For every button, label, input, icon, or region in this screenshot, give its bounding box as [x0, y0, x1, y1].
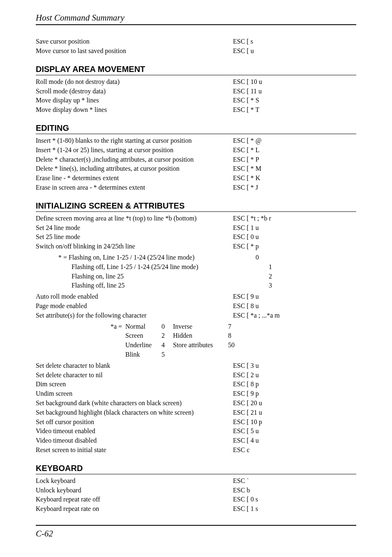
command-description: Move display down * lines	[36, 106, 233, 114]
section-heading-editing: EDITING	[36, 123, 356, 134]
command-row: Flashing on, line 252	[36, 272, 356, 281]
command-description: Insert * (1-80) blanks to the right star…	[36, 137, 233, 145]
command-row: Insert * (1-80) blanks to the right star…	[36, 137, 356, 145]
command-description: Delete * character(s) ,including attribu…	[36, 155, 233, 164]
legend-cell	[36, 350, 125, 359]
command-code: 0	[256, 253, 356, 262]
command-code: ESC [ * K	[233, 174, 356, 183]
command-code: ESC c	[233, 446, 356, 455]
command-description: Reset screen to initial state	[36, 446, 233, 455]
command-description: Auto roll mode enabled	[36, 292, 233, 301]
legend-cell: 5	[161, 350, 173, 359]
command-description: Save cursor position	[36, 37, 233, 46]
command-code: ESC [ 2 u	[233, 371, 356, 380]
command-description: Set off cursor position	[36, 418, 233, 427]
page-header: Host Command Summary	[36, 12, 356, 25]
command-description: Insert * (1-24 or 25) lines, starting at…	[36, 146, 233, 155]
section-heading-display-area-movement: DISPLAY AREA MOVEMENT	[36, 64, 356, 75]
command-code: ESC [ 1 u	[233, 224, 356, 232]
section-heading-initializing: INITIALIZING SCREEN & ATTRIBUTES	[36, 200, 356, 212]
command-row: Save cursor positionESC [ s	[36, 37, 356, 46]
command-description: Flashing on, line 25	[36, 272, 269, 281]
command-code: ESC [ 8 p	[233, 380, 356, 389]
command-description: * = Flashing on, Line 1-25 / 1-24 (25/24…	[36, 253, 256, 262]
legend-row: Underline4Store attributes50	[36, 341, 356, 350]
command-description: Erase line - * determines extent	[36, 174, 233, 183]
command-description: Set 24 line mode	[36, 224, 233, 232]
section-heading-keyboard: KEYBOARD	[36, 463, 356, 474]
command-code: ESC [ * p	[233, 242, 356, 251]
command-code: ESC [ * P	[233, 155, 356, 164]
command-code: ESC `	[233, 477, 356, 485]
command-row: Erase line - * determines extentESC [ * …	[36, 174, 356, 183]
command-description: Set background highlight (black characte…	[36, 408, 233, 417]
legend-row: Screen2Hidden8	[36, 332, 356, 340]
command-description: Set background dark (white characters on…	[36, 399, 233, 408]
command-code: ESC [ s	[233, 37, 356, 46]
legend-cell	[173, 350, 228, 359]
legend-cell: Inverse	[173, 323, 228, 331]
legend-row: Blink5	[36, 350, 356, 359]
command-row: Lock keyboardESC `	[36, 477, 356, 485]
command-row: Set delete character to blankESC [ 3 u	[36, 362, 356, 370]
command-row: Set delete character to nilESC [ 2 u	[36, 371, 356, 380]
legend-cell: Underline	[125, 341, 161, 350]
command-description: Keyboard repeat rate on	[36, 505, 233, 513]
command-row: Move cursor to last saved positionESC [ …	[36, 47, 356, 56]
command-description: Dim screen	[36, 380, 233, 389]
command-description: Video timeout disabled	[36, 436, 233, 445]
command-code: ESC [ 9 p	[233, 390, 356, 398]
command-code: ESC b	[233, 486, 356, 495]
command-description: Move cursor to last saved position	[36, 47, 233, 56]
command-description: Set 25 line mode	[36, 233, 233, 241]
command-code: 1	[269, 263, 356, 272]
command-code: ESC [ 9 u	[233, 292, 356, 301]
command-code: ESC [ 8 u	[233, 302, 356, 311]
command-code: 2	[269, 272, 356, 281]
command-code: ESC [ * L	[233, 146, 356, 155]
command-row: Flashing off, Line 1-25 / 1-24 (25/24 li…	[36, 263, 356, 272]
command-row: Set 24 line modeESC [ 1 u	[36, 224, 356, 232]
command-row: Reset screen to initial stateESC c	[36, 446, 356, 455]
command-description: Set attribute(s) for the following chara…	[36, 311, 233, 320]
command-row: Undim screenESC [ 9 p	[36, 390, 356, 398]
command-description: Lock keyboard	[36, 477, 233, 485]
command-description: Move display up * lines	[36, 96, 233, 105]
command-description: Page mode enabled	[36, 302, 233, 311]
command-row: Set off cursor positionESC [ 10 p	[36, 418, 356, 427]
legend-cell: 4	[161, 341, 173, 350]
command-row: Move display down * linesESC [ * T	[36, 106, 356, 114]
command-row: Set background dark (white characters on…	[36, 399, 356, 408]
legend-cell: 2	[161, 332, 173, 340]
command-code: ESC [ * T	[233, 106, 356, 114]
command-description: Set delete character to nil	[36, 371, 233, 380]
command-code: ESC [ *t ; *b r	[233, 214, 356, 223]
command-description: Keyboard repeat rate off	[36, 495, 233, 504]
command-description: Roll mode (do not destroy data)	[36, 78, 233, 86]
command-code: ESC [ 10 u	[233, 78, 356, 86]
command-code: 3	[269, 281, 356, 290]
legend-cell: 8	[228, 332, 231, 340]
command-code: ESC [ * J	[233, 183, 356, 192]
command-code: ESC [ * @	[233, 137, 356, 145]
command-row: Keyboard repeat rate offESC [ 0 s	[36, 495, 356, 504]
command-row: Roll mode (do not destroy data)ESC [ 10 …	[36, 78, 356, 86]
command-description: Undim screen	[36, 390, 233, 398]
command-row: Page mode enabledESC [ 8 u	[36, 302, 356, 311]
legend-cell: Blink	[125, 350, 161, 359]
command-row: Define screen moving area at line *t (to…	[36, 214, 356, 223]
command-description: Flashing off, Line 1-25 / 1-24 (25/24 li…	[36, 263, 269, 272]
command-row: Delete * line(s), including attributes, …	[36, 165, 356, 173]
command-row: Unlock keyboardESC b	[36, 486, 356, 495]
legend-cell: *a =	[36, 323, 125, 331]
command-row: Scroll mode (destroy data)ESC [ 11 u	[36, 87, 356, 96]
command-description: Flashing off, line 25	[36, 281, 269, 290]
command-description: Video timeout enabled	[36, 427, 233, 436]
command-row: Erase in screen area - * determines exte…	[36, 183, 356, 192]
legend-cell	[36, 332, 125, 340]
command-row: Insert * (1-24 or 25) lines, starting at…	[36, 146, 356, 155]
command-code: ESC [ 0 u	[233, 233, 356, 241]
command-code: ESC [ * M	[233, 165, 356, 173]
command-code: ESC [ 3 u	[233, 362, 356, 370]
command-description: Switch on/off blinking in 24/25th line	[36, 242, 233, 251]
